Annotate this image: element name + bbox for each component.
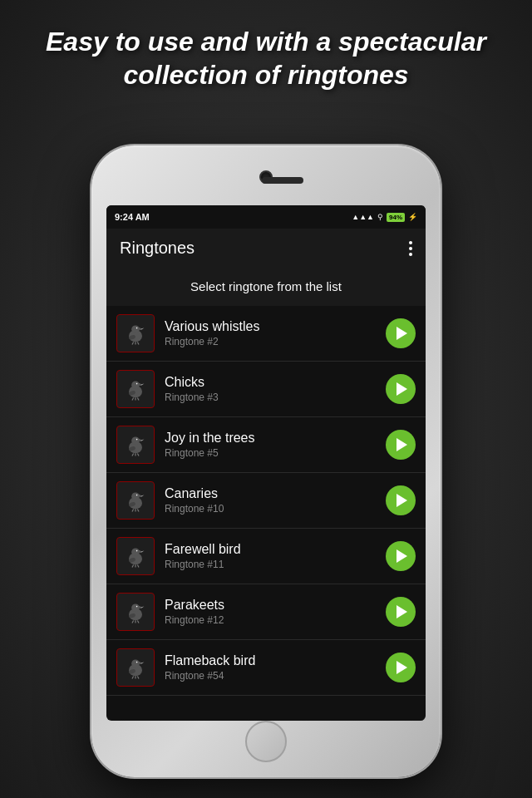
bird-icon-bg: [116, 370, 155, 408]
item-name: Various whistles: [165, 319, 376, 334]
bird-icon-wrap: [116, 481, 155, 520]
signal-icon: ▲▲▲: [352, 213, 374, 221]
play-button[interactable]: [386, 485, 416, 515]
app-title: Ringtones: [120, 239, 195, 258]
wifi-icon: ⚲: [377, 213, 383, 221]
play-icon: [397, 494, 407, 507]
app-header: Ringtones: [106, 229, 426, 268]
item-ringtone-number: Ringtone #11: [165, 559, 376, 570]
battery-indicator: 94%: [387, 213, 405, 222]
status-bar: 9:24 AM ▲▲▲ ⚲ 94% ⚡: [106, 205, 426, 229]
item-name: Flameback bird: [165, 653, 376, 668]
svg-point-4: [136, 328, 138, 329]
item-text: Farewell bird Ringtone #11: [165, 542, 376, 570]
svg-line-33: [132, 509, 134, 511]
more-dot-1: [409, 241, 412, 244]
ringtone-item: Flameback bird Ringtone #54: [106, 640, 426, 696]
bird-icon: [122, 487, 149, 514]
bird-icon-wrap: [116, 593, 155, 631]
more-menu-button[interactable]: [409, 241, 412, 256]
bird-icon: [122, 320, 149, 347]
svg-point-58: [136, 662, 138, 663]
more-dot-3: [409, 253, 412, 256]
svg-point-13: [136, 383, 138, 385]
home-button[interactable]: [245, 721, 287, 762]
play-button[interactable]: [386, 597, 416, 627]
svg-line-8: [137, 342, 139, 344]
ringtone-item: Farewell bird Ringtone #11: [106, 529, 426, 584]
bird-icon-wrap: [116, 314, 155, 352]
item-ringtone-number: Ringtone #12: [165, 614, 376, 626]
svg-line-44: [137, 564, 139, 567]
ringtone-list: Various whistles Ringtone #2: [106, 306, 426, 696]
status-time: 9:24 AM: [115, 212, 150, 222]
play-button[interactable]: [386, 318, 416, 348]
item-name: Canaries: [165, 486, 376, 501]
svg-marker-12: [140, 384, 144, 386]
phone-screen: 9:24 AM ▲▲▲ ⚲ 94% ⚡ Ringtones S: [106, 205, 426, 721]
ringtone-item: Chicks Ringtone #3: [106, 362, 426, 417]
bird-icon: [122, 543, 149, 569]
svg-line-42: [132, 564, 134, 567]
bird-icon-bg: [116, 314, 155, 352]
ringtone-item: Joy in the trees Ringtone #5: [106, 417, 426, 473]
svg-line-15: [132, 397, 134, 400]
svg-marker-21: [140, 440, 144, 441]
bird-icon-bg: [116, 537, 155, 575]
item-text: Flameback bird Ringtone #54: [165, 653, 376, 682]
bird-icon-wrap: [116, 426, 155, 464]
charging-icon: ⚡: [408, 213, 417, 221]
svg-line-35: [137, 509, 139, 511]
play-icon: [397, 549, 407, 563]
svg-marker-30: [140, 495, 144, 497]
play-button[interactable]: [386, 541, 416, 571]
item-text: Parakeets Ringtone #12: [165, 598, 376, 626]
speaker-slot: [262, 177, 303, 184]
play-button[interactable]: [386, 374, 416, 404]
bird-icon-bg: [116, 426, 155, 464]
svg-point-49: [136, 606, 138, 608]
bird-icon-wrap: [116, 370, 155, 408]
play-icon: [397, 438, 407, 451]
play-button[interactable]: [386, 653, 416, 682]
ringtone-item: Various whistles Ringtone #2: [106, 306, 426, 362]
svg-line-62: [137, 676, 139, 678]
ringtone-item: Canaries Ringtone #10: [106, 473, 426, 529]
phone-shell: 9:24 AM ▲▲▲ ⚲ 94% ⚡ Ringtones S: [91, 145, 441, 777]
svg-point-40: [136, 550, 138, 552]
item-text: Canaries Ringtone #10: [165, 486, 376, 515]
item-ringtone-number: Ringtone #3: [165, 392, 376, 403]
svg-line-17: [137, 397, 139, 400]
item-ringtone-number: Ringtone #10: [165, 503, 376, 515]
svg-line-51: [132, 620, 134, 623]
item-name: Farewell bird: [165, 542, 376, 557]
bird-icon: [122, 431, 149, 458]
item-ringtone-number: Ringtone #54: [165, 670, 376, 682]
phone-mockup: 9:24 AM ▲▲▲ ⚲ 94% ⚡ Ringtones S: [91, 145, 441, 777]
svg-marker-39: [140, 551, 144, 553]
item-name: Chicks: [165, 375, 376, 390]
svg-marker-3: [140, 328, 144, 330]
headline-text: Easy to use and with a spectacular colle…: [25, 25, 507, 91]
play-icon: [397, 382, 407, 396]
play-icon: [397, 661, 407, 674]
bird-icon-bg: [116, 593, 155, 631]
svg-line-6: [132, 342, 134, 344]
more-dot-2: [409, 247, 412, 250]
subtitle-text: Select ringtone from the list: [190, 279, 342, 293]
bird-icon-wrap: [116, 537, 155, 575]
svg-line-26: [137, 453, 139, 456]
item-ringtone-number: Ringtone #5: [165, 447, 376, 459]
play-button[interactable]: [386, 430, 416, 460]
status-icons: ▲▲▲ ⚲ 94% ⚡: [352, 213, 417, 222]
item-text: Various whistles Ringtone #2: [165, 319, 376, 347]
svg-point-22: [136, 439, 138, 441]
item-text: Joy in the trees Ringtone #5: [165, 431, 376, 459]
bird-icon: [122, 376, 149, 402]
item-ringtone-number: Ringtone #2: [165, 336, 376, 347]
item-text: Chicks Ringtone #3: [165, 375, 376, 403]
item-name: Parakeets: [165, 598, 376, 613]
ringtone-item: Parakeets Ringtone #12: [106, 584, 426, 640]
svg-line-53: [137, 620, 139, 623]
bird-icon-bg: [116, 481, 155, 520]
